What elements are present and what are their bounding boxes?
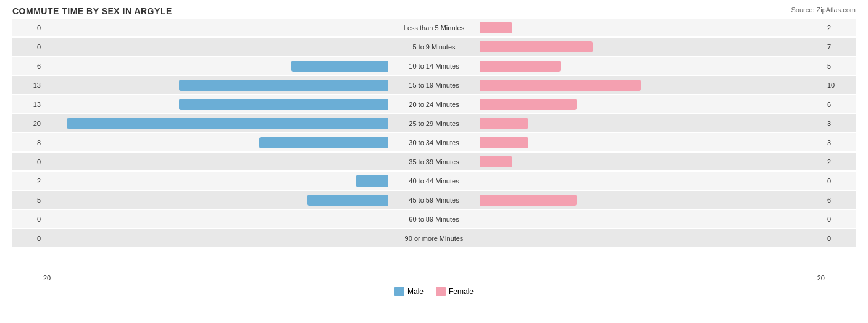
chart-area: 0Less than 5 Minutes205 to 9 Minutes7610… xyxy=(12,19,856,272)
female-side xyxy=(480,98,825,111)
male-value: 2 xyxy=(12,177,43,185)
female-value: 0 xyxy=(825,177,856,185)
male-value: 13 xyxy=(12,82,43,89)
male-value: 5 xyxy=(12,196,43,204)
female-side xyxy=(480,59,825,73)
bar-pair: 40 to 44 Minutes xyxy=(43,172,825,190)
male-side xyxy=(43,98,388,111)
bar-pair: Less than 5 Minutes xyxy=(43,19,825,36)
female-bar xyxy=(480,156,512,167)
male-side xyxy=(43,21,388,35)
bar-pair: 30 to 34 Minutes xyxy=(43,133,825,151)
bar-label: 30 to 34 Minutes xyxy=(388,139,480,146)
male-bar xyxy=(356,175,388,187)
male-side xyxy=(43,155,388,169)
male-bar xyxy=(67,118,388,129)
bar-label: 25 to 29 Minutes xyxy=(388,120,480,127)
male-side xyxy=(43,59,388,73)
female-bar xyxy=(480,99,577,110)
male-side xyxy=(43,212,388,226)
male-value: 0 xyxy=(12,216,43,223)
female-bar xyxy=(480,80,641,91)
axis-left: 20 xyxy=(43,274,51,282)
axis-right: 20 xyxy=(817,274,825,282)
bar-label: Less than 5 Minutes xyxy=(388,24,480,31)
male-bar xyxy=(179,80,388,91)
female-value: 2 xyxy=(825,158,856,166)
male-side xyxy=(43,117,388,130)
table-row: 0Less than 5 Minutes2 xyxy=(12,19,856,36)
male-side xyxy=(43,193,388,207)
male-bar xyxy=(259,137,388,148)
female-bar xyxy=(480,195,577,206)
bar-label: 40 to 44 Minutes xyxy=(388,177,480,185)
female-value: 7 xyxy=(825,43,856,51)
table-row: 2025 to 29 Minutes3 xyxy=(12,114,856,132)
bar-pair: 60 to 89 Minutes xyxy=(43,210,825,228)
male-value: 8 xyxy=(12,139,43,146)
table-row: 090 or more Minutes0 xyxy=(12,229,856,247)
female-value: 6 xyxy=(825,101,856,108)
female-bar xyxy=(480,41,593,52)
legend-male: Male xyxy=(394,287,424,296)
bar-pair: 35 to 39 Minutes xyxy=(43,153,825,170)
bar-label: 5 to 9 Minutes xyxy=(388,43,480,51)
axis-labels: 20 20 xyxy=(12,272,856,284)
bar-pair: 20 to 24 Minutes xyxy=(43,95,825,113)
bar-label: 20 to 24 Minutes xyxy=(388,101,480,108)
male-value: 0 xyxy=(12,158,43,166)
bar-pair: 25 to 29 Minutes xyxy=(43,114,825,132)
bar-label: 35 to 39 Minutes xyxy=(388,158,480,166)
bar-label: 15 to 19 Minutes xyxy=(388,82,480,89)
chart-title: COMMUTE TIME BY SEX IN ARGYLE xyxy=(12,6,856,16)
female-side xyxy=(480,155,825,169)
female-side xyxy=(480,78,825,92)
female-bar xyxy=(480,22,512,33)
male-side xyxy=(43,40,388,54)
table-row: 1315 to 19 Minutes10 xyxy=(12,76,856,94)
female-value: 0 xyxy=(825,216,856,223)
table-row: 05 to 9 Minutes7 xyxy=(12,38,856,56)
male-value: 6 xyxy=(12,62,43,70)
male-value: 0 xyxy=(12,235,43,242)
table-row: 060 to 89 Minutes0 xyxy=(12,210,856,228)
male-value: 0 xyxy=(12,24,43,31)
male-color-box xyxy=(394,287,404,296)
bar-pair: 10 to 14 Minutes xyxy=(43,57,825,75)
table-row: 1320 to 24 Minutes6 xyxy=(12,95,856,113)
female-value: 6 xyxy=(825,196,856,204)
female-value: 2 xyxy=(825,24,856,31)
female-side xyxy=(480,232,825,245)
male-value: 13 xyxy=(12,101,43,108)
table-row: 610 to 14 Minutes5 xyxy=(12,57,856,75)
female-side xyxy=(480,21,825,35)
bar-label: 60 to 89 Minutes xyxy=(388,216,480,223)
source-text: Source: ZipAtlas.com xyxy=(791,6,856,14)
legend: Male Female xyxy=(12,287,856,296)
female-value: 3 xyxy=(825,139,856,146)
male-bar xyxy=(307,195,388,206)
female-label: Female xyxy=(449,287,474,296)
male-side xyxy=(43,174,388,188)
female-side xyxy=(480,136,825,149)
male-value: 0 xyxy=(12,43,43,51)
male-bar xyxy=(179,99,388,110)
bar-label: 45 to 59 Minutes xyxy=(388,196,480,204)
bar-pair: 45 to 59 Minutes xyxy=(43,191,825,209)
female-side xyxy=(480,193,825,207)
chart-container: COMMUTE TIME BY SEX IN ARGYLE Source: Zi… xyxy=(0,0,868,323)
table-row: 240 to 44 Minutes0 xyxy=(12,172,856,190)
female-bar xyxy=(480,118,528,129)
male-bar xyxy=(291,61,388,72)
female-side xyxy=(480,212,825,226)
male-side xyxy=(43,136,388,149)
bar-pair: 90 or more Minutes xyxy=(43,229,825,247)
bar-pair: 5 to 9 Minutes xyxy=(43,38,825,56)
table-row: 545 to 59 Minutes6 xyxy=(12,191,856,209)
male-side xyxy=(43,232,388,245)
female-value: 10 xyxy=(825,82,856,89)
female-side xyxy=(480,174,825,188)
bar-label: 90 or more Minutes xyxy=(388,235,480,242)
female-bar xyxy=(480,61,561,72)
female-color-box xyxy=(436,287,446,296)
